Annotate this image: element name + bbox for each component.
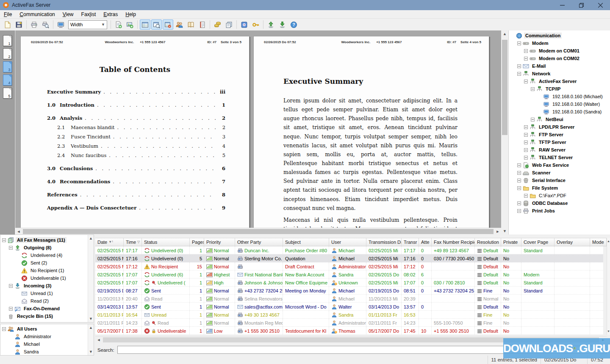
zoom-width-combo[interactable]: Width▼ <box>68 20 107 29</box>
fax-row-2[interactable]: 02/25/2015 Mi17:16Undelivered (0)5Normal… <box>95 254 603 262</box>
page-thumbnail-4[interactable]: 4 <box>3 74 12 85</box>
tree-item-incoming-3[interactable]: Incoming (3) <box>0 282 88 290</box>
scroll-down-icon[interactable]: ▼ <box>502 228 508 234</box>
collapse-box-icon[interactable] <box>524 148 528 152</box>
tree-item-no-recipient-1[interactable]: No Recipient (1) <box>0 267 88 274</box>
tree-item-serial-interface[interactable]: Serial Interface <box>509 176 610 184</box>
archive-button[interactable] <box>239 19 250 30</box>
minimize-button[interactable] <box>553 0 572 10</box>
phonebook-button[interactable] <box>186 19 196 30</box>
collapse-box-icon[interactable] <box>517 41 521 45</box>
tree-item-undeliverable-1[interactable]: Undeliverable (1) <box>0 274 88 282</box>
column-header-tdate[interactable]: Transmission Da <box>366 238 402 246</box>
column-header-status[interactable]: Status <box>142 238 190 246</box>
view-details-button[interactable] <box>163 19 173 30</box>
page-thumbnail-2[interactable]: 2 <box>3 48 12 59</box>
column-header-subject[interactable]: Subject <box>283 238 329 246</box>
collapse-box-icon[interactable] <box>524 125 528 129</box>
column-header-priority[interactable]: Priority <box>204 238 235 246</box>
tree-item-tcp-ip[interactable]: TCP/IP <box>509 85 610 93</box>
add-image-button[interactable] <box>125 19 135 30</box>
users-button[interactable] <box>174 19 185 30</box>
scroll-down-icon[interactable]: ▼ <box>88 348 94 355</box>
tree-item-administrator[interactable]: Administrator <box>0 333 88 340</box>
tree-item-e-mail[interactable]: E-Mail <box>509 62 610 70</box>
column-header-time[interactable]: Time▽ <box>124 238 142 246</box>
tree-item-all-users[interactable]: All Users <box>0 325 88 333</box>
tree-item-raw-server[interactable]: RAW Server <box>509 146 610 154</box>
menu-file[interactable]: File <box>0 11 16 18</box>
tree-item-all-fax-messages-11[interactable]: All Fax Messages (11) <box>0 236 88 244</box>
tree-item-michael[interactable]: Michael <box>0 340 88 348</box>
tree-item-netbeui[interactable]: NetBeui <box>509 116 610 123</box>
collapse-box-icon[interactable] <box>517 209 521 213</box>
scroll-up-icon[interactable]: ▲ <box>502 30 508 37</box>
column-header-overlay[interactable]: Overlay <box>555 238 590 246</box>
copies-button[interactable] <box>224 19 234 30</box>
scroll-left-icon[interactable]: ◄ <box>15 228 22 235</box>
collapse-box-icon[interactable] <box>524 156 528 160</box>
new-document-button[interactable] <box>2 19 13 30</box>
tree-item-unread-1[interactable]: Unread (1) <box>0 290 88 297</box>
close-button[interactable] <box>591 0 610 10</box>
column-header-party[interactable]: Other Party <box>235 238 283 246</box>
tree-item-sandra[interactable]: Sandra <box>0 348 88 356</box>
scroll-up-icon[interactable]: ▲ <box>88 235 94 242</box>
tree-item-scanner[interactable]: Scanner <box>509 169 610 176</box>
tree-item-telnet-server[interactable]: TELNET Server <box>509 154 610 161</box>
scrollbar-thumb[interactable] <box>502 40 507 135</box>
collapse-box-icon[interactable] <box>517 186 521 190</box>
tree-item-network[interactable]: Network <box>509 70 610 77</box>
page-thumbnail-3[interactable]: 3 <box>3 61 12 72</box>
tree-item-lpd-lpr-server[interactable]: LPD/LPR Server <box>509 123 610 131</box>
column-header-user[interactable]: User <box>329 238 366 246</box>
collapse-box-icon[interactable] <box>524 133 528 137</box>
journal-button[interactable] <box>197 19 208 30</box>
fax-tree-scrollbar[interactable]: ▲ ▼ <box>88 235 94 322</box>
tree-item-192-168-0-160-michael[interactable]: 192.168.0.160 (Michael) <box>509 93 610 100</box>
users-tree-scrollbar[interactable]: ▲ ▼ <box>88 324 94 355</box>
collapse-box-icon[interactable] <box>517 179 521 182</box>
collapse-box-icon[interactable] <box>517 72 521 76</box>
fax-row-9[interactable]: 01/11/2013 Fr16:54Unread1Normal+49 30 12… <box>95 311 603 319</box>
collapse-box-icon[interactable] <box>524 141 528 144</box>
tree-item-activefax-server[interactable]: ActiveFax Server <box>509 77 610 85</box>
save-button[interactable] <box>14 19 24 30</box>
tree-item-web-fax-service[interactable]: Web Fax Service <box>509 161 610 169</box>
fax-row-8[interactable]: 03/14/2013 Do13:57Sent1Normalsales@actfa… <box>95 303 603 311</box>
scroll-up-icon[interactable]: ▲ <box>88 324 94 331</box>
tree-item-c-fax-pdf[interactable]: C:\Fax\*.PDF <box>509 192 610 199</box>
column-header-date[interactable]: Date▼¹ <box>95 238 124 246</box>
print-button[interactable] <box>29 19 39 30</box>
collapse-box-icon[interactable] <box>2 327 6 331</box>
column-header-ttime[interactable]: Transr <box>402 238 419 246</box>
menu-view[interactable]: View <box>59 11 78 18</box>
tree-item-recycle-bin-15[interactable]: Recycle Bin (15) <box>0 312 88 320</box>
menu-communication[interactable]: Communication <box>16 11 58 18</box>
tree-item-outgoing-8[interactable]: Outgoing (8) <box>0 244 88 251</box>
collapse-box-icon[interactable] <box>9 307 13 311</box>
collapse-box-icon[interactable] <box>517 201 521 205</box>
tree-item-print-jobs[interactable]: Print Jobs <box>509 207 610 215</box>
menu-faxlist[interactable]: Faxlist <box>78 11 100 18</box>
restore-button[interactable] <box>572 0 591 10</box>
collapse-box-icon[interactable] <box>524 194 528 198</box>
downloads-guru-watermark[interactable]: DOWNLOADS .GURU <box>503 338 610 358</box>
tree-item-modem-on-com02[interactable]: Modem on COM02 <box>509 55 610 62</box>
tree-item-192-168-0-160-sandra[interactable]: 192.168.0.160 (Sandra) <box>509 108 610 116</box>
collapse-box-icon[interactable] <box>524 57 528 61</box>
fax-row-7[interactable]: 11/20/2013 Mi20:40Read1NormalSelina Reno… <box>95 295 603 303</box>
column-header-cover[interactable]: Cover Page <box>521 238 555 246</box>
print-preview-button[interactable] <box>40 19 51 30</box>
display-button[interactable] <box>55 19 66 30</box>
tree-item-communication[interactable]: Communication <box>509 32 610 39</box>
tree-item-modem-on-com01[interactable]: Modem on COM01 <box>509 47 610 55</box>
fax-row-5[interactable]: 02/25/2015 Mi17:07Undelivered (1HighJohn… <box>95 279 603 287</box>
fax-row-11[interactable]: 05/17/2007 Do17:38Undeliverable1Low+1 55… <box>95 327 603 335</box>
security-key-button[interactable] <box>250 19 261 30</box>
collapse-box-icon[interactable] <box>9 284 13 288</box>
fax-row-6[interactable]: 02/19/2015 Do08:27Sent1Normal+43 2732 73… <box>95 287 603 295</box>
menu-extras[interactable]: Extras <box>100 11 122 18</box>
column-header-att[interactable]: Atte <box>419 238 432 246</box>
fax-row-3[interactable]: 02/25/2015 Mi17:12No Recipient15NormalDr… <box>95 262 603 270</box>
